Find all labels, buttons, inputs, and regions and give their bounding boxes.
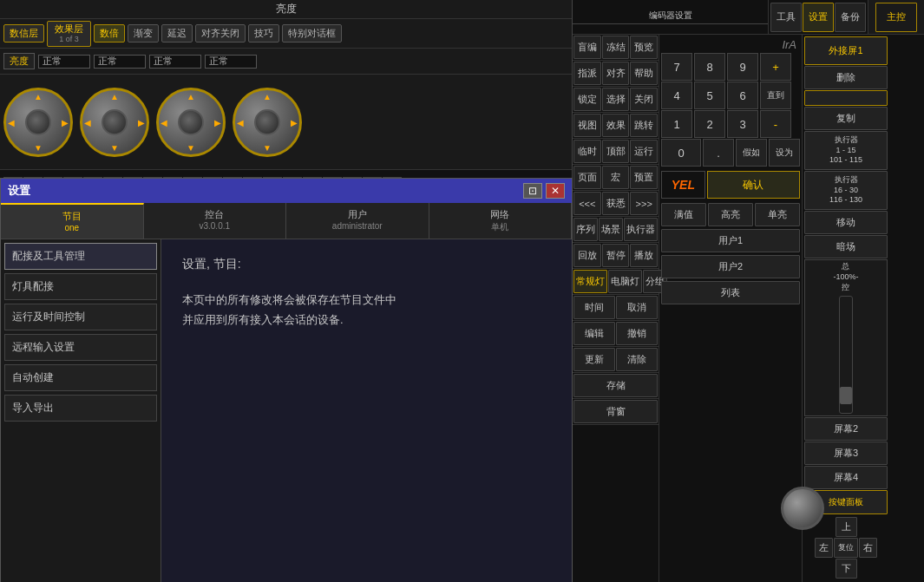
exec16-30-btn[interactable]: 执行器16 - 30116 - 130 [804,171,888,210]
scene-btn[interactable]: 场景 [599,218,623,241]
jump-btn[interactable]: 跳转 [630,114,658,137]
dialog-tab-user[interactable]: 用户 administrator [286,203,429,239]
num1-btn[interactable]: 1 [661,110,692,138]
prev-btn[interactable]: <<< [573,192,601,215]
blind-btn[interactable]: 盲编 [573,36,601,59]
delete-btn[interactable]: 删除 [804,66,888,89]
val3-input[interactable] [149,55,201,69]
clear-btn[interactable]: 清除 [616,348,658,371]
run-btn[interactable]: 运行 [630,140,658,163]
goto-btn[interactable]: 直到 [760,82,791,109]
trackball[interactable] [781,487,824,530]
setas-btn[interactable]: 设为 [769,139,800,167]
delay-btn[interactable]: 延迟 [161,24,193,43]
close-btn[interactable]: 关闭 [630,88,658,111]
dot-btn[interactable]: . [703,139,734,167]
main-ctrl-btn[interactable]: 主控 [875,3,917,32]
right-btn[interactable]: 右 [859,538,877,558]
get-btn[interactable]: 获悉 [602,192,630,215]
tools-btn[interactable]: 工具 [770,3,802,32]
bg-btn[interactable]: 背窗 [573,400,658,423]
executor-btn[interactable]: 执行器 [624,218,658,241]
update-btn[interactable]: 更新 [573,348,615,371]
val2-input[interactable] [94,55,146,69]
temp-btn[interactable]: 临时 [573,140,601,163]
yel-btn[interactable]: YEL [661,171,705,199]
preview-btn[interactable]: 预览 [630,36,658,59]
double-btn[interactable]: 数倍 [94,24,125,43]
high-btn[interactable]: 高亮 [708,203,753,226]
top-btn[interactable]: 顶部 [602,140,630,163]
up-btn[interactable]: 上 [836,517,857,537]
backup-btn[interactable]: 备份 [835,3,866,32]
dark-scene-btn[interactable]: 暗场 [804,235,888,258]
preset-btn[interactable]: 预置 [630,166,658,189]
dialog-tab-console[interactable]: 控台 v3.0.0.1 [144,203,287,239]
minus-btn[interactable]: - [760,110,791,138]
dialog-restore-btn[interactable]: ⊡ [523,183,542,199]
screen3-btn[interactable]: 屏幕3 [804,441,888,465]
lock-btn[interactable]: 锁定 [573,88,601,111]
dialog-tab-show[interactable]: 节目 one [1,203,144,239]
num0-btn[interactable]: 0 [661,139,701,167]
help-btn[interactable]: 帮助 [630,62,658,85]
knob3[interactable]: ▲ ▼ ◀ ▶ [156,88,226,157]
play-btn[interactable]: 播放 [630,244,658,267]
fade-btn[interactable]: 渐变 [128,24,159,43]
full-btn[interactable]: 满值 [661,203,706,226]
cancel-btn[interactable]: 取消 [616,296,658,319]
sidebar-item-autocreate[interactable]: 自动创建 [4,364,157,391]
page-btn[interactable]: 页面 [573,166,601,189]
ext-screen2-btn[interactable] [804,90,888,106]
select-btn[interactable]: 选择 [602,88,630,111]
effect-layer-btn[interactable]: 效果层 1 of 3 [47,21,91,47]
list-btn[interactable]: 列表 [661,281,800,304]
user1-btn[interactable]: 用户1 [661,229,800,252]
align-close-btn[interactable]: 对齐关闭 [195,24,246,43]
if-btn[interactable]: 假如 [736,139,767,167]
single-btn[interactable]: 单亮 [755,203,800,226]
dialog-tab-network[interactable]: 网络 单机 [429,203,573,239]
undo-btn[interactable]: 撤销 [616,322,658,345]
next-btn[interactable]: >>> [630,192,658,215]
pause-btn[interactable]: 暂停 [602,244,630,267]
num9-btn[interactable]: 9 [727,53,758,81]
sidebar-item-remote[interactable]: 远程输入设置 [4,334,157,361]
num5-btn[interactable]: 5 [694,82,725,109]
num8-btn[interactable]: 8 [694,53,725,81]
num6-btn[interactable]: 6 [727,82,758,109]
view-btn[interactable]: 视图 [573,114,601,137]
align-btn[interactable]: 对齐 [602,62,630,85]
screen2-btn[interactable]: 屏幕2 [804,417,888,441]
knob2[interactable]: ▲ ▼ ◀ ▶ [80,88,149,157]
sidebar-item-patch[interactable]: 配接及工具管理 [4,243,157,270]
store-btn[interactable]: 存储 [573,374,658,397]
knob1[interactable]: ▲ ▼ ◀ ▶ [3,88,73,157]
knob4[interactable]: ▲ ▼ ◀ ▶ [233,88,302,157]
copy-btn[interactable]: 复制 [804,107,888,130]
edit-btn[interactable]: 编辑 [573,322,615,345]
num7-btn[interactable]: 7 [661,53,692,81]
val4-input[interactable] [205,55,257,69]
sidebar-item-fixture[interactable]: 灯具配接 [4,273,157,300]
exec1-15-btn[interactable]: 执行器1 - 15101 - 115 [804,131,888,170]
pc-light-btn[interactable]: 电脑灯 [608,270,642,293]
normal-light-btn[interactable]: 常规灯 [573,270,607,293]
dialog-close-btn[interactable]: ✕ [546,183,565,199]
reset-btn[interactable]: 复位 [834,538,858,558]
down-btn[interactable]: 下 [836,559,857,579]
settings-btn[interactable]: 设置 [803,3,834,32]
val1-input[interactable] [38,55,90,69]
plus-btn[interactable]: + [760,53,791,81]
num4-btn[interactable]: 4 [661,82,692,109]
freeze-btn[interactable]: 冻结 [602,36,630,59]
move-btn[interactable]: 移动 [804,211,888,234]
macro-btn[interactable]: 宏 [602,166,630,189]
info-layer-btn[interactable]: 数信层 [3,24,44,43]
time-btn[interactable]: 时间 [573,296,615,319]
seq-btn[interactable]: 序列 [573,218,598,241]
effect-btn[interactable]: 效果 [602,114,630,137]
back-btn[interactable]: 回放 [573,244,601,267]
ext-screen1-btn[interactable]: 外接屏1 [804,36,888,65]
num2-btn[interactable]: 2 [694,110,725,138]
